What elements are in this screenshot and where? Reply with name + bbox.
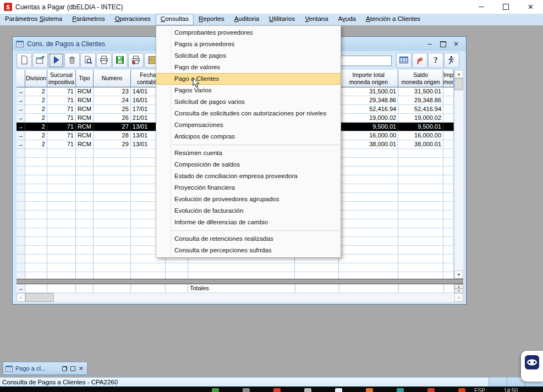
menu-ayuda[interactable]: Ayuda xyxy=(333,14,361,25)
menu-par-metros[interactable]: Parámetros xyxy=(67,14,109,25)
menu-item-composici-n-de-saldos[interactable]: Composición de saldos xyxy=(156,159,341,170)
taskbar-app-icon[interactable] xyxy=(458,388,465,392)
column-header-indicator[interactable] xyxy=(17,70,25,87)
taskbar-language[interactable]: ESP xyxy=(474,388,485,392)
spin-up-icon[interactable]: ▲ xyxy=(454,284,463,289)
exit-button[interactable] xyxy=(444,53,459,68)
horizontal-scroll-track[interactable] xyxy=(54,293,454,302)
delete-button[interactable] xyxy=(64,53,80,68)
menu-item-consulta-de-percepciones-sufridas[interactable]: Consulta de percepciones sufridas xyxy=(156,245,341,256)
row-indicator xyxy=(17,246,25,254)
taskbar-app-icon[interactable] xyxy=(243,388,250,392)
menu-atenci-n-a-clientes[interactable]: Atención a Clientes xyxy=(361,14,425,25)
column-header-sucursal[interactable]: Sucursalimpositiva xyxy=(47,70,76,87)
taskbar-app-icon[interactable] xyxy=(366,388,373,392)
vertical-scroll-track[interactable] xyxy=(454,90,463,270)
menu-item-pago-de-valores[interactable]: Pago de valores xyxy=(156,62,341,73)
cell-importe: 19,000.02 xyxy=(339,114,398,122)
grid-view-button[interactable] xyxy=(396,53,412,68)
menu-item-informe-de-diferencias-de-cambio[interactable]: Informe de diferencias de cambio xyxy=(156,217,341,228)
column-header-numero[interactable]: Numero xyxy=(94,70,131,87)
menu-operaciones[interactable]: Operaciones xyxy=(110,14,156,25)
mini-close-button[interactable]: ✕ xyxy=(79,366,84,371)
mini-maximize-button[interactable] xyxy=(70,366,75,371)
cell-numero xyxy=(94,246,131,254)
scroll-right-button[interactable]: › xyxy=(454,293,463,302)
cell-saldo xyxy=(398,167,443,175)
taskbar-app-icon[interactable] xyxy=(427,388,435,392)
taskbar-app-icon[interactable] xyxy=(212,388,219,392)
menu-item-res-men-cuenta[interactable]: Resúmen cuenta xyxy=(156,147,341,159)
run-button[interactable] xyxy=(48,53,64,68)
menu-par-metros-sistema[interactable]: Parámetros Sistema xyxy=(0,14,67,25)
save-button[interactable] xyxy=(112,53,128,68)
scroll-down-button[interactable]: ▼ xyxy=(454,270,463,279)
menu-item-comprobantes-proveedores[interactable]: Comprobantes proveedores xyxy=(156,27,341,38)
print-button[interactable] xyxy=(96,53,112,68)
cell-division xyxy=(25,184,47,192)
delete-icon xyxy=(67,55,77,67)
print-preview-button[interactable] xyxy=(80,53,96,68)
menu-item-evoluci-n-de-proveedores-agrupados[interactable]: Evolución de proveedores agrupados xyxy=(156,194,341,205)
taskbar-app-icon[interactable] xyxy=(304,388,311,392)
menu-item-estado-de-conciliacion-empresa-proveedora[interactable]: Estado de conciliacion empresa proveedor… xyxy=(156,170,341,182)
taskbar-app-icon[interactable] xyxy=(335,388,342,392)
menu-item-pagos-varios[interactable]: Pagos Varios xyxy=(156,85,341,96)
child-close-button[interactable]: ✕ xyxy=(452,40,460,48)
horizontal-scrollbar[interactable]: ‹ › xyxy=(17,293,463,302)
maximize-button[interactable] xyxy=(493,0,518,14)
column-header-division[interactable]: Division xyxy=(25,70,47,87)
restore-button[interactable] xyxy=(62,366,67,371)
print-alt-button[interactable] xyxy=(128,53,144,68)
menu-item-anticipos-de-compras[interactable]: Anticipos de compras xyxy=(156,131,341,142)
column-header-tipo[interactable]: Tipo xyxy=(76,70,94,87)
menu-reportes[interactable]: Reportes xyxy=(194,14,229,25)
cell-sucursal xyxy=(47,255,76,263)
column-header-saldo[interactable]: Saldomoneda origen xyxy=(398,70,443,87)
menu-item-pagos-a-proveedores[interactable]: Pagos a proveedores xyxy=(156,38,341,50)
totales-spinner[interactable]: ▲ ▼ xyxy=(454,284,463,293)
modify-button[interactable] xyxy=(32,53,48,68)
taskbar-app-icon[interactable] xyxy=(273,388,281,392)
vertical-scrollbar[interactable]: ▲ ▼ xyxy=(454,70,463,279)
menu-utilitarios[interactable]: Utilitarios xyxy=(264,14,300,25)
column-header-impmor[interactable]: Impmor xyxy=(443,70,454,87)
vertical-scroll-thumb[interactable] xyxy=(454,78,463,90)
help-button[interactable]: ? xyxy=(428,53,443,68)
menu-item-solicitud-de-pagos[interactable]: Solicitud de pagos xyxy=(156,50,341,62)
taskbar-app-icon[interactable] xyxy=(397,388,404,392)
child-maximize-button[interactable] xyxy=(438,40,447,48)
menu-item-evoluci-n-de-facturaci-n[interactable]: Evolución de facturación xyxy=(156,205,341,217)
menu-item-proyecci-n-financiera[interactable]: Proyección financiera xyxy=(156,182,341,194)
child-minimize-button[interactable] xyxy=(425,40,434,48)
menu-item-consulta-de-solicitudes-con-autorizaciones-por-niveles[interactable]: Consulta de solicitudes con autorizacion… xyxy=(156,108,341,119)
taskbar-clock[interactable]: 14:50 xyxy=(504,388,518,392)
menu-item-pago-a-clientes[interactable]: Pago a Clientes xyxy=(156,73,341,85)
teamviewer-flyout[interactable] xyxy=(521,351,543,382)
cell-colB xyxy=(188,272,295,279)
new-document-button[interactable] xyxy=(17,53,32,68)
horizontal-scroll-thumb[interactable] xyxy=(25,293,54,302)
scroll-left-button[interactable]: ‹ xyxy=(17,293,25,302)
close-button[interactable]: ✕ xyxy=(518,0,543,14)
grid-row-empty[interactable] xyxy=(17,272,454,279)
grid-row-empty[interactable] xyxy=(17,263,454,272)
cell-importe: 52,416.94 xyxy=(339,105,398,113)
menu-consultas[interactable]: Consultas xyxy=(156,14,194,25)
totals-separator-band xyxy=(17,279,463,284)
menu-item-solicitud-de-pagos-varios[interactable]: Solicitud de pagos varios xyxy=(156,96,341,108)
minimized-window-pago-a-clientes[interactable]: Pago a cl... ✕ xyxy=(3,362,87,375)
statistics-button[interactable] xyxy=(412,53,427,68)
cell-importe xyxy=(339,237,398,245)
minimize-button[interactable] xyxy=(469,0,493,14)
menu-auditoria[interactable]: Auditoria xyxy=(229,14,264,25)
cell-tipo xyxy=(76,263,94,272)
spin-down-icon[interactable]: ▼ xyxy=(454,289,463,293)
cell-numero xyxy=(94,211,131,219)
child-close-icon: ✕ xyxy=(453,41,459,47)
menu-item-consulta-de-retenciones-realizadas[interactable]: Consulta de retenciones realizadas xyxy=(156,233,341,245)
scroll-up-button[interactable]: ▲ xyxy=(454,70,463,78)
menu-item-compensaciones[interactable]: Compensaciones xyxy=(156,119,341,131)
menu-ventana[interactable]: Ventana xyxy=(300,14,333,25)
column-header-importe[interactable]: Importe totalmoneda origen xyxy=(339,70,398,87)
